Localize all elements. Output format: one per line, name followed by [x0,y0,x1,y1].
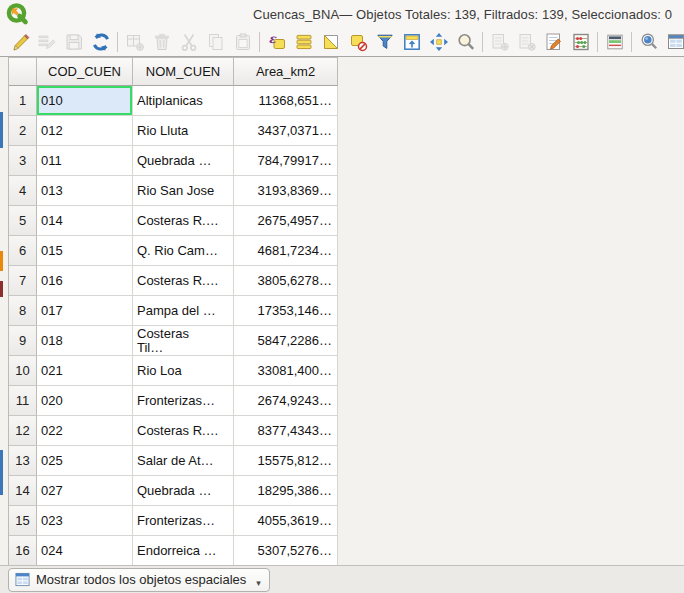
cell-nom-cuen[interactable]: Costeras R.… [133,206,234,236]
move-selection-top-icon[interactable] [398,30,425,54]
row-number[interactable]: 13 [9,446,37,476]
row-number[interactable]: 10 [9,356,37,386]
new-feature-icon[interactable] [121,30,148,54]
row-number[interactable]: 8 [9,296,37,326]
select-by-expression-icon[interactable]: ε [263,30,290,54]
cell-nom-cuen[interactable]: Costeras R.… [133,266,234,296]
cell-area-km2[interactable]: 11368,651… [234,86,338,116]
cell-area-km2[interactable]: 3805,6278… [234,266,338,296]
column-header-cod-cuen[interactable]: COD_CUEN [37,58,133,86]
cell-cod-cuen[interactable]: 022 [37,416,133,446]
zoom-magnifier-icon[interactable] [452,30,479,54]
cell-area-km2[interactable]: 3437,0371… [234,116,338,146]
cell-cod-cuen[interactable]: 025 [37,446,133,476]
column-header-area-km2[interactable]: Area_km2 [234,58,338,86]
row-number[interactable]: 11 [9,386,37,416]
cell-cod-cuen[interactable]: 014 [37,206,133,236]
row-number[interactable]: 9 [9,326,37,356]
cell-nom-cuen[interactable]: Pampa del … [133,296,234,326]
feature-filter-label: Mostrar todos los objetos espaciales [36,572,246,587]
cell-area-km2[interactable]: 18295,386… [234,476,338,506]
cell-area-km2[interactable]: 2674,9243… [234,386,338,416]
row-number[interactable]: 4 [9,176,37,206]
table-area: COD_CUEN NOM_CUEN Area_km2 1 010 Altipla… [0,57,684,565]
toolbar-separator [117,32,118,52]
cell-nom-cuen[interactable]: Rio Loa [133,356,234,386]
cell-area-km2[interactable]: 8377,4343… [234,416,338,446]
cell-nom-cuen[interactable]: Rio Lluta [133,116,234,146]
cell-area-km2[interactable]: 17353,146… [234,296,338,326]
cell-cod-cuen[interactable]: 017 [37,296,133,326]
cell-cod-cuen[interactable]: 011 [37,146,133,176]
cell-area-km2[interactable]: 3193,8369… [234,176,338,206]
corner-header-cell[interactable] [9,58,37,86]
cell-nom-cuen[interactable]: Salar de At… [133,446,234,476]
row-number[interactable]: 1 [9,86,37,116]
cell-cod-cuen[interactable]: 012 [37,116,133,146]
cell-area-km2[interactable]: 784,79917… [234,146,338,176]
cell-area-km2[interactable]: 33081,400… [234,356,338,386]
row-number[interactable]: 12 [9,416,37,446]
cell-cod-cuen[interactable]: 020 [37,386,133,416]
toggle-editing-pencil-icon[interactable] [6,30,33,54]
delete-field-icon[interactable] [513,30,540,54]
cell-nom-cuen[interactable]: Endorreica … [133,536,234,565]
cell-cod-cuen[interactable]: 018 [37,326,133,356]
row-number[interactable]: 16 [9,536,37,565]
column-header-nom-cuen[interactable]: NOM_CUEN [133,58,234,86]
filter-funnel-icon[interactable] [371,30,398,54]
window-edge-artifact [0,251,3,271]
cell-cod-cuen[interactable]: 010 [37,86,133,116]
cell-cod-cuen[interactable]: 013 [37,176,133,206]
row-number[interactable]: 6 [9,236,37,266]
cell-nom-cuen[interactable]: Fronterizas… [133,386,234,416]
cell-nom-cuen[interactable]: Altiplanicas [133,86,234,116]
conditional-format-icon[interactable] [601,30,628,54]
cell-cod-cuen[interactable]: 023 [37,506,133,536]
row-number[interactable]: 5 [9,206,37,236]
row-number[interactable]: 3 [9,146,37,176]
cell-cod-cuen[interactable]: 024 [37,536,133,565]
new-field-icon[interactable] [486,30,513,54]
svg-text:ε: ε [268,32,276,46]
row-number[interactable]: 2 [9,116,37,146]
trash-icon[interactable] [148,30,175,54]
cell-area-km2[interactable]: 4055,3619… [234,506,338,536]
cell-nom-cuen[interactable]: Costeras R.… [133,416,234,446]
copy-icon[interactable] [202,30,229,54]
cell-nom-cuen[interactable]: Q. Rio Cam… [133,236,234,266]
cell-nom-cuen[interactable]: Fronterizas… [133,506,234,536]
cell-area-km2[interactable]: 4681,7234… [234,236,338,266]
paste-icon[interactable] [229,30,256,54]
invert-selection-icon[interactable] [317,30,344,54]
cell-cod-cuen[interactable]: 015 [37,236,133,266]
deselect-all-icon[interactable] [344,30,371,54]
cell-nom-cuen[interactable]: Rio San Jose [133,176,234,206]
reload-icon[interactable] [87,30,114,54]
save-edits-icon[interactable] [60,30,87,54]
field-edit-pencil-icon[interactable] [540,30,567,54]
row-number[interactable]: 14 [9,476,37,506]
cell-cod-cuen[interactable]: 016 [37,266,133,296]
cell-cod-cuen[interactable]: 027 [37,476,133,506]
search-magnifier-icon[interactable] [635,30,662,54]
cell-nom-cuen[interactable]: Costeras Til… [133,326,234,356]
dock-table-icon[interactable] [662,30,684,54]
feature-filter-button[interactable]: Mostrar todos los objetos espaciales ▾ [8,568,270,592]
qgis-logo-icon [5,2,29,26]
row-number[interactable]: 7 [9,266,37,296]
toolbar: ε [0,28,684,57]
cell-area-km2[interactable]: 2675,4957… [234,206,338,236]
calculator-abacus-icon[interactable] [567,30,594,54]
pan-arrows-icon[interactable] [425,30,452,54]
cell-nom-cuen[interactable]: Quebrada … [133,146,234,176]
cell-area-km2[interactable]: 5307,5276… [234,536,338,565]
cell-area-km2[interactable]: 15575,812… [234,446,338,476]
multi-edit-icon[interactable] [33,30,60,54]
scissors-cut-icon[interactable] [175,30,202,54]
select-all-icon[interactable] [290,30,317,54]
cell-area-km2[interactable]: 5847,2286… [234,326,338,356]
cell-cod-cuen[interactable]: 021 [37,356,133,386]
cell-nom-cuen[interactable]: Quebrada … [133,476,234,506]
row-number[interactable]: 15 [9,506,37,536]
